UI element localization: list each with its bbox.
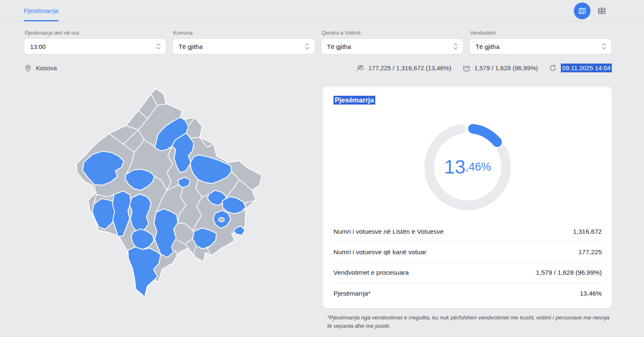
table-view-button[interactable] (596, 5, 608, 17)
row-label: Numri i votuesve në Listën e Votuesve (333, 228, 444, 235)
footnote: *Pjesëmarrja nga vendvotimet e rregullta… (327, 314, 612, 331)
row-label: Vendvotimet e procesuara (333, 269, 409, 276)
filter-komuna-select[interactable]: Të gjitha (172, 38, 315, 54)
users-icon (356, 64, 364, 72)
filter-komuna: Komuna Të gjitha (172, 27, 315, 54)
chevron-updown-icon (155, 41, 162, 51)
municipality-enclave[interactable] (219, 217, 224, 222)
filter-vendvotimi: Vendvotimi Të gjitha (469, 27, 612, 54)
turnout-card: Pjesëmarrja 13,46% Numri i votuesve në L… (323, 87, 612, 308)
location-label: Kosova (36, 64, 57, 71)
donut-area: 13,46% (333, 119, 602, 215)
filter-vendvotimi-label: Vendvotimi (470, 30, 612, 36)
tab-pjesemarrja[interactable]: Pjesëmarrja (24, 0, 59, 21)
filter-komuna-value: Të gjitha (178, 43, 203, 50)
filter-bar: Pjesëmarrja deri në ora 13:00 Komuna Të … (24, 27, 612, 54)
row-value: 1,316,672 (573, 228, 602, 235)
table-row: Vendvotimet e procesuara 1,579 / 1,628 (… (333, 263, 602, 283)
filter-hour-value: 13:00 (30, 43, 46, 50)
ballot-box-icon (462, 64, 471, 72)
row-value: 1,579 / 1,628 (96,99%) (536, 269, 602, 276)
last-updated-stat: 09.11.2025 14:04 (549, 64, 612, 72)
voters-value: 177,225 / 1,316,672 (13,46%) (368, 64, 451, 71)
table-icon (597, 6, 606, 15)
status-metrics: 177,225 / 1,316,672 (13,46%) 1,579 / 1,6… (356, 64, 612, 72)
turnout-donut-chart: 13,46% (420, 119, 516, 215)
refresh-icon[interactable] (549, 64, 557, 72)
filter-qendra: Qendra e Votimit Të gjitha (321, 27, 463, 54)
table-row: Pjesëmarrja* 13,46% (333, 283, 602, 304)
chevron-updown-icon (452, 41, 459, 51)
header: Pjesëmarrja (0, 0, 644, 22)
filter-hour: Pjesëmarrja deri në ora 13:00 (24, 27, 166, 54)
row-label: Pjesëmarrja* (333, 290, 371, 297)
filter-qendra-select[interactable]: Të gjitha (321, 38, 463, 54)
filter-hour-select[interactable]: 13:00 (24, 38, 166, 54)
last-updated-value: 09.11.2025 14:04 (561, 64, 612, 72)
kosovo-map-svg (72, 84, 267, 305)
filter-qendra-label: Qendra e Votimit (322, 30, 463, 36)
row-label: Numri i votuesve që kanë votuar (333, 248, 426, 256)
row-value: 177,225 (578, 248, 602, 256)
location: Kosova (24, 64, 57, 72)
country-outline (76, 89, 262, 297)
row-value: 13,46% (580, 290, 602, 297)
chevron-updown-icon (601, 41, 607, 51)
location-pin-icon (24, 64, 32, 72)
table-row: Numri i votuesve në Listën e Votuesve 1,… (333, 222, 602, 242)
polling-stations-stat: 1,579 / 1,628 (96,99%) (462, 64, 538, 72)
view-toggle (574, 0, 608, 21)
donut-percent-main: 13 (444, 156, 466, 178)
status-bar: Kosova 177,225 / 1,316,672 (13,46%) 1,57… (24, 64, 612, 72)
tab-label: Pjesëmarrja (24, 7, 59, 15)
filter-komuna-label: Komuna (173, 30, 315, 36)
polling-stations-value: 1,579 / 1,628 (96,99%) (474, 64, 538, 71)
kosovo-map[interactable] (72, 84, 267, 305)
filter-qendra-value: Të gjitha (327, 43, 351, 50)
filter-hour-label: Pjesëmarrja deri në ora (25, 30, 166, 36)
table-row: Numri i votuesve që kanë votuar 177,225 (333, 242, 602, 263)
stats-table: Numri i votuesve në Listën e Votuesve 1,… (333, 222, 602, 304)
donut-percent-fraction: ,46% (466, 161, 491, 174)
filter-vendvotimi-select[interactable]: Të gjitha (469, 38, 612, 54)
donut-percentage: 13,46% (420, 119, 516, 215)
map-icon (578, 7, 586, 15)
voters-stat: 177,225 / 1,316,672 (13,46%) (356, 64, 451, 72)
map-view-button[interactable] (574, 3, 591, 19)
chevron-updown-icon (304, 41, 311, 51)
card-title: Pjesëmarrja (333, 96, 375, 105)
filter-vendvotimi-value: Të gjitha (476, 43, 500, 50)
